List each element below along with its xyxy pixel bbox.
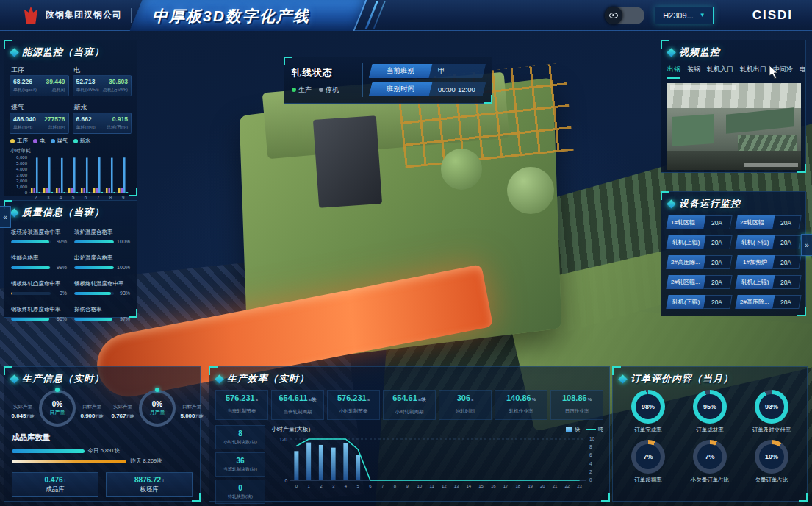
equipment-chip[interactable]: 2#高压除...20A	[666, 255, 732, 269]
efficiency-metric: 306s纯轧时间	[439, 390, 492, 420]
quality-progress-track	[11, 266, 51, 269]
metric-label: 小时轧制节奏	[339, 408, 368, 413]
order-donut: 10%欠量订单占比	[742, 440, 801, 484]
energy-metric-grid: 工序68.22639.449单耗(kgce/t)总耗(t)电52.71330.6…	[4, 62, 137, 134]
equipment-name: 2#高压除...	[666, 255, 705, 269]
target-output-label: 目标产量	[182, 404, 201, 409]
energy-group-card: 68.22639.449单耗(kgce/t)总耗(t)	[10, 75, 69, 96]
quality-progress-track	[74, 266, 114, 269]
camera-feed[interactable]	[667, 83, 801, 170]
donut-hole: 10%	[759, 444, 784, 469]
energy-group: 煤气486.040277576单耗(m³/t)总耗(m³)	[10, 99, 69, 134]
energy-group: 新水6.6620.915单耗(m³/t)总耗(万m³)	[73, 99, 132, 134]
svg-text:15: 15	[478, 484, 484, 488]
equipment-current: 20A	[772, 215, 800, 229]
equipment-chip-grid: 1#轧区辊...20A2#轧区辊...20A轧机(上辊)20A轧机(下辊)20A…	[661, 213, 805, 311]
equipment-chip[interactable]: 轧机(下辊)20A	[666, 295, 732, 309]
camera-tab-中间冷[interactable]: 中间冷	[773, 65, 793, 79]
legend-item: 工序	[10, 138, 28, 145]
hour-legend-item: 块	[566, 426, 580, 433]
energy-unit-label: 总耗(t)	[52, 87, 65, 93]
quality-panel-title: 质量信息（当班）	[4, 201, 137, 222]
stock-bar-row: 今日 5,891块	[12, 446, 193, 456]
stock-bars: 今日 5,891块昨天 8,209块	[4, 444, 200, 468]
energy-group: 工序68.22639.449单耗(kgce/t)总耗(t)	[10, 62, 69, 96]
mill-status-legend: 生产停机	[292, 85, 355, 95]
energy-group-card: 52.71330.603单耗(kWh/t)总耗(万kWh)	[73, 75, 132, 96]
svg-text:10: 10	[589, 436, 595, 441]
donut-label: 订单成材率	[696, 427, 724, 434]
store-value: 8876.72t	[134, 476, 164, 484]
svg-text:2: 2	[320, 484, 323, 488]
production-info-panel: 生产信息（实时） 实际产量0.045万吨0%日产量目标产量0.900万吨实际产量…	[4, 366, 201, 502]
mill-status-chip: 班别时间	[369, 82, 433, 96]
equipment-current: 20A	[772, 275, 800, 289]
equipment-chip[interactable]: 2#轧区辊...20A	[666, 275, 732, 289]
quality-item: 钢板终轧温度命中率93%	[74, 275, 130, 296]
camera-tab-电动辊[interactable]: 电动辊	[800, 65, 805, 79]
svg-text:17: 17	[503, 484, 509, 488]
hourly-output-title: 小时产量(大板)	[271, 425, 310, 433]
camera-osd-label	[744, 163, 798, 167]
video-panel-title: 视频监控	[661, 40, 805, 62]
energy-chart-legend: 工序电煤气新水	[4, 134, 137, 146]
donut-ring: 98%	[631, 390, 665, 424]
diamond-icon	[667, 48, 676, 57]
energy-bar-chart: 01,0002,0003,0004,0005,0006,00023456789	[4, 154, 137, 206]
camera-tab-出钢[interactable]: 出钢	[667, 65, 680, 79]
gauge-percent: 0%	[52, 400, 62, 408]
right-collapse-tab[interactable]: »	[801, 234, 812, 256]
diamond-icon	[10, 208, 19, 218]
quality-label: 钢板终轧厚度命中率	[11, 306, 61, 313]
equipment-chip[interactable]: 轧机(上辊)20A	[735, 275, 801, 289]
efficiency-panel: 生产效率（实时） 576.231s当班轧制节奏654.611s/块当班轧制周期5…	[209, 366, 610, 502]
metric-value: 654.61s/块	[385, 393, 434, 403]
side-card-label: 待轧块数(块)	[228, 493, 253, 500]
legend-item: 新水	[73, 138, 91, 145]
svg-text:10: 10	[417, 484, 423, 488]
svg-text:8: 8	[394, 484, 397, 488]
equipment-chip[interactable]: 1#加热炉20A	[735, 255, 801, 269]
equipment-chip[interactable]: 2#高压除...20A	[735, 295, 801, 309]
quality-progress-track	[11, 292, 51, 295]
header-divider	[131, 8, 132, 23]
stock-section-title: 成品库数量	[4, 428, 200, 444]
quality-progress-fill	[11, 266, 50, 269]
svg-text:14: 14	[467, 484, 472, 488]
energy-value-total: 39.449	[46, 78, 65, 85]
gauge-percent: 0%	[152, 400, 162, 408]
energy-group: 电52.71330.603单耗(kWh/t)总耗(万kWh)	[73, 62, 132, 96]
heat-number-select[interactable]: H2309... ▼	[655, 7, 714, 24]
title-banner: 中厚板3D数字化产线	[140, 0, 368, 31]
efficiency-side-card: 8小时轧制块数(块)	[215, 425, 265, 449]
header-divider	[733, 8, 733, 23]
equipment-chip[interactable]: 轧机(上辊)20A	[666, 235, 732, 249]
hour-legend-label: 吨	[598, 426, 603, 433]
store-label: 成品库	[46, 485, 65, 494]
energy-group-name: 工序	[11, 66, 24, 74]
svg-text:1,000: 1,000	[16, 185, 28, 189]
hour-legend-item: 吨	[586, 426, 603, 433]
dashboard-app: 陕钢集团汉钢公司 中厚板3D数字化产线 H2309... ▼ CISDI	[0, 0, 812, 506]
svg-text:0: 0	[295, 484, 298, 488]
equipment-name: 2#高压除...	[735, 295, 775, 309]
equipment-current: 20A	[772, 235, 800, 249]
camera-tab-轧机入口[interactable]: 轧机入口	[707, 65, 733, 79]
left-collapse-tab[interactable]: «	[0, 206, 11, 228]
equipment-name: 轧机(下辊)	[735, 235, 775, 249]
equipment-chip[interactable]: 1#轧区辊...20A	[666, 215, 732, 229]
metric-label: 日历作业率	[565, 408, 589, 413]
camera-tab-装钢[interactable]: 装钢	[687, 65, 700, 79]
legend-label: 煤气	[57, 138, 68, 145]
svg-text:7: 7	[97, 195, 100, 200]
equipment-chip[interactable]: 2#轧区辊...20A	[735, 215, 801, 229]
equipment-chip[interactable]: 轧机(下辊)20A	[735, 235, 801, 249]
camera-tab-轧机出口[interactable]: 轧机出口	[740, 65, 766, 79]
svg-text:19: 19	[528, 484, 533, 488]
energy-chart-ylabel: 小时单耗	[4, 146, 137, 154]
camera-osd-timestamp	[670, 85, 736, 90]
store-cards: 0.476t成品库8876.72t板坯库	[4, 468, 200, 497]
visibility-toggle[interactable]	[605, 7, 644, 24]
target-output-value: 5.000万吨	[178, 413, 206, 419]
metric-value: 306s	[441, 393, 489, 402]
